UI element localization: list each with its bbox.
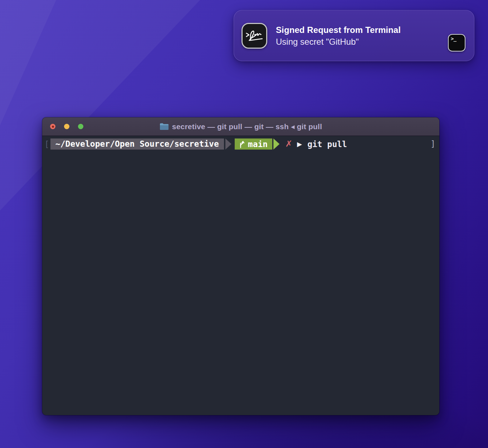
terminal-screen[interactable]: [ ~/Developer/Open Source/secretive main…: [42, 136, 439, 415]
prompt-cwd-segment: ~/Developer/Open Source/secretive: [50, 138, 224, 150]
prompt-frame-open: [: [44, 140, 49, 149]
git-branch-name: main: [248, 140, 268, 149]
error-status-icon: ✗: [285, 138, 292, 150]
zoom-button[interactable]: [78, 124, 83, 129]
typed-command[interactable]: git pull: [307, 140, 347, 149]
terminal-app-icon: >_: [448, 34, 465, 52]
secretive-app-icon: [241, 23, 267, 49]
prompt-frame-close: ]: [430, 138, 435, 150]
edited-dot: [52, 126, 54, 128]
signature-icon: [245, 29, 264, 42]
notification-banner[interactable]: Signed Request from Terminal Using secre…: [234, 10, 474, 61]
powerline-separator-icon: [273, 138, 279, 150]
prompt-git-segment: main: [235, 138, 272, 150]
terminal-window[interactable]: secretive — git pull — git — ssh ◂ git p…: [42, 117, 439, 415]
window-titlebar[interactable]: secretive — git pull — git — ssh ◂ git p…: [42, 117, 439, 136]
title-group: secretive — git pull — git — ssh ◂ git p…: [160, 122, 322, 131]
notification-title: Signed Request from Terminal: [276, 24, 401, 35]
notification-text: Signed Request from Terminal Using secre…: [276, 24, 401, 47]
close-button[interactable]: [50, 124, 55, 129]
notification-subtitle: Using secret "GitHub": [276, 36, 401, 47]
powerline-separator-icon: [225, 138, 231, 150]
terminal-prompt-glyph: >_: [451, 36, 456, 42]
git-branch-icon: [239, 140, 245, 148]
shell-prompt-line: [ ~/Developer/Open Source/secretive main…: [44, 138, 437, 150]
prompt-symbol-icon: ▶: [297, 138, 302, 150]
folder-icon: [160, 123, 169, 130]
minimize-button[interactable]: [64, 124, 69, 129]
window-controls: [50, 117, 83, 136]
window-title: secretive — git pull — git — ssh ◂ git p…: [172, 122, 322, 131]
